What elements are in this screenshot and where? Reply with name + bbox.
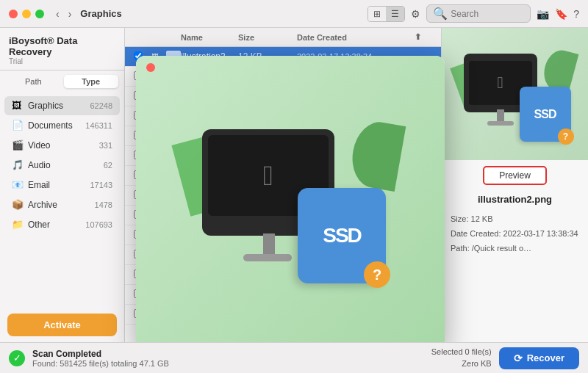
size-value: 12 KB [471, 214, 493, 223]
header-size: Size [238, 33, 297, 42]
sidebar-tabs: Path Type [0, 70, 124, 93]
list-view-button[interactable]: ☰ [386, 7, 404, 21]
recover-icon: ⟳ [514, 352, 523, 364]
preview-details: Size: 12 KB Date Created: 2022-03-17 13:… [442, 208, 588, 260]
selected-count: Selected 0 file(s) [431, 347, 492, 358]
video-icon: 🎬 [12, 140, 24, 151]
header-action: ⬆ [415, 32, 432, 42]
search-icon: 🔍 [433, 7, 448, 21]
sidebar-count-audio: 62 [104, 161, 112, 170]
sidebar: iBoysoft® Data Recovery Trial Path Type … [0, 28, 125, 342]
popup-leaf-right [348, 118, 406, 192]
search-input[interactable] [451, 9, 524, 19]
scan-found-text: Found: 581425 file(s) totaling 47.1 GB [32, 359, 169, 368]
grid-view-button[interactable]: ⊞ [368, 7, 386, 21]
sidebar-label-graphics: Graphics [28, 101, 90, 111]
documents-icon: 📄 [12, 120, 24, 131]
file-list-header: Name Size Date Created ⬆ [125, 28, 441, 47]
popup-monitor-base [243, 254, 292, 261]
sidebar-label-audio: Audio [28, 160, 104, 170]
activate-button[interactable]: Activate [7, 314, 117, 336]
forward-button[interactable]: › [65, 7, 75, 21]
preview-panel:  SSD ? Preview illustration2.png Size: [441, 28, 588, 342]
title-bar: ‹ › Graphics ⊞ ☰ ⚙ 🔍 📷 🔖 ? [0, 0, 588, 28]
sidebar-count-archive: 1478 [95, 200, 112, 209]
sidebar-item-archive[interactable]: 📦 Archive 1478 [4, 195, 120, 214]
mac-illustration:  SSD ? [456, 46, 574, 142]
recover-label: Recover [527, 352, 564, 363]
preview-date-row: Date Created: 2022-03-17 13:38:34 [451, 227, 579, 242]
sidebar-label-video: Video [28, 140, 99, 151]
trial-label: Trial [9, 57, 115, 65]
preview-image-area:  SSD ? [442, 28, 588, 160]
maximize-button[interactable] [35, 10, 44, 18]
preview-thumbnail:  SSD ? [442, 28, 588, 160]
audio-icon: 🎵 [12, 159, 24, 171]
back-button[interactable]: ‹ [53, 7, 62, 21]
sidebar-label-archive: Archive [28, 200, 95, 210]
selected-size: Zero KB [431, 358, 492, 369]
preview-filename: illustration2.png [442, 191, 588, 208]
sidebar-count-documents: 146311 [85, 121, 112, 130]
scan-status-text: Scan Completed [32, 349, 169, 359]
sidebar-header: iBoysoft® Data Recovery Trial [0, 28, 124, 70]
sidebar-count-graphics: 62248 [90, 101, 112, 110]
preview-btn-area: Preview [442, 160, 588, 191]
app-name: iBoysoft® Data Recovery [9, 35, 115, 57]
bottom-bar: ✓ Scan Completed Found: 581425 file(s) t… [0, 342, 588, 373]
scan-status-area: Scan Completed Found: 581425 file(s) tot… [32, 349, 169, 368]
tab-type[interactable]: Type [64, 75, 119, 88]
graphics-icon: 🖼 [12, 100, 24, 112]
date-label: Date Created: [451, 229, 501, 238]
popup-ssd-box: SSD ? [298, 188, 386, 283]
header-name: Name [181, 33, 238, 42]
path-label: Path: [451, 244, 470, 253]
main-wrapper: iBoysoft® Data Recovery Trial Path Type … [0, 28, 588, 342]
toolbar-icons: 📷 🔖 ? [537, 8, 579, 20]
camera-icon[interactable]: 📷 [537, 8, 549, 20]
window-title: Graphics [80, 8, 368, 19]
size-label: Size: [451, 214, 468, 223]
filter-button[interactable]: ⚙ [411, 8, 420, 20]
popup-image-content:  SSD ? [136, 56, 445, 342]
close-button[interactable] [9, 10, 18, 18]
toolbar-right: ⊞ ☰ ⚙ 🔍 📷 🔖 ? [368, 4, 579, 23]
archive-icon: 📦 [12, 199, 24, 211]
sidebar-item-video[interactable]: 🎬 Video 331 [4, 136, 120, 155]
date-value: 2022-03-17 13:38:34 [503, 229, 578, 238]
sidebar-label-other: Other [28, 220, 85, 230]
ssd-label: SSD [534, 108, 556, 121]
preview-path-row: Path: /Quick result o… [451, 242, 579, 256]
popup-ssd-question-mark: ? [364, 261, 390, 288]
preview-button[interactable]: Preview [483, 166, 547, 185]
help-icon[interactable]: ? [573, 8, 579, 20]
scan-complete-icon: ✓ [9, 350, 25, 366]
sidebar-item-graphics[interactable]: 🖼 Graphics 62248 [4, 96, 120, 115]
sidebar-count-video: 331 [99, 141, 112, 150]
path-value: /Quick result o… [472, 244, 531, 253]
sidebar-item-documents[interactable]: 📄 Documents 146311 [4, 116, 120, 135]
header-date: Date Created [297, 33, 415, 42]
sidebar-item-other[interactable]: 📁 Other 107693 [4, 215, 120, 234]
bookmark-icon[interactable]: 🔖 [555, 8, 567, 20]
minimize-button[interactable] [22, 10, 31, 18]
search-box: 🔍 [426, 4, 531, 23]
popup-monitor-stand [263, 233, 275, 256]
view-toggle: ⊞ ☰ [368, 6, 405, 22]
recover-button[interactable]: ⟳ Recover [499, 347, 579, 369]
sidebar-item-email[interactable]: 📧 Email 17143 [4, 175, 120, 195]
sidebar-count-other: 107693 [85, 220, 112, 229]
nav-arrows: ‹ › [53, 7, 74, 21]
sidebar-label-email: Email [28, 180, 90, 190]
sidebar-items: 🖼 Graphics 62248 📄 Documents 146311 🎬 Vi… [0, 93, 124, 308]
ssd-box: SSD ? [520, 87, 571, 142]
popup-apple-logo-icon:  [263, 160, 273, 192]
tab-path[interactable]: Path [6, 75, 61, 88]
sidebar-item-audio[interactable]: 🎵 Audio 62 [4, 156, 120, 175]
popup-close-button[interactable] [146, 63, 155, 72]
email-icon: 📧 [12, 179, 24, 191]
popup-mac-illustration:  SSD ? [187, 115, 393, 291]
other-icon: 📁 [12, 219, 24, 231]
selected-info: Selected 0 file(s) Zero KB [431, 347, 492, 369]
sidebar-label-documents: Documents [28, 120, 85, 131]
